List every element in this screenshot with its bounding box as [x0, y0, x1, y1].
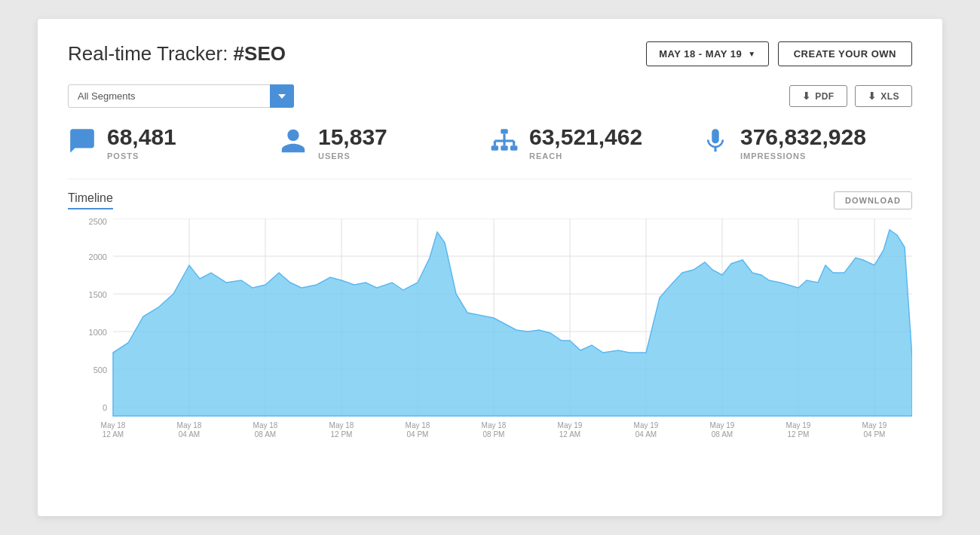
svg-text:08 AM: 08 AM [712, 430, 733, 439]
page-title: Real-time Tracker: #SEO [68, 42, 286, 66]
users-icon [279, 127, 308, 160]
svg-text:12 AM: 12 AM [103, 430, 124, 439]
chat-icon [68, 127, 96, 160]
chevron-down-icon: ▼ [748, 50, 755, 58]
stats-row: 68,481 POSTS 15,837 USERS [68, 120, 912, 160]
chart-area [113, 230, 912, 416]
xls-export-button[interactable]: ⬇ XLS [855, 85, 912, 107]
stat-users-info: 15,837 USERS [318, 126, 387, 160]
svg-text:1500: 1500 [89, 290, 107, 299]
segment-selector: All Segments [68, 84, 294, 108]
date-range-button[interactable]: MAY 18 - MAY 19 ▼ [646, 41, 769, 66]
stat-reach: 63,521,462 REACH [490, 126, 701, 160]
svg-text:May 19: May 19 [786, 421, 811, 430]
svg-rect-0 [501, 129, 508, 133]
stat-users-value: 15,837 [318, 126, 387, 148]
stat-posts-label: POSTS [107, 151, 176, 160]
create-own-button[interactable]: CREATE YOUR OWN [778, 41, 912, 66]
svg-rect-3 [501, 145, 508, 150]
stat-users-label: USERS [318, 151, 387, 160]
svg-text:04 AM: 04 AM [179, 430, 200, 439]
svg-text:May 18: May 18 [482, 421, 507, 430]
svg-text:May 18: May 18 [101, 421, 126, 430]
svg-rect-1 [492, 145, 499, 150]
svg-text:May 18: May 18 [177, 421, 202, 430]
svg-text:1000: 1000 [89, 328, 107, 337]
download-icon: ⬇ [802, 90, 811, 102]
svg-text:12 AM: 12 AM [559, 430, 580, 439]
svg-text:0: 0 [103, 403, 107, 412]
export-buttons: ⬇ PDF ⬇ XLS [789, 85, 912, 107]
svg-rect-2 [510, 145, 518, 150]
header-actions: MAY 18 - MAY 19 ▼ CREATE YOUR OWN [646, 41, 912, 66]
svg-text:May 19: May 19 [862, 421, 887, 430]
svg-text:04 PM: 04 PM [407, 430, 429, 439]
svg-text:04 AM: 04 AM [635, 430, 657, 439]
stat-impressions-label: IMPRESSIONS [740, 151, 866, 160]
chart-svg: 0 500 1000 1500 2000 2500 May 18 12 AM M… [68, 219, 912, 445]
stat-impressions-info: 376,832,928 IMPRESSIONS [740, 126, 866, 160]
timeline-title: Timeline [68, 191, 113, 209]
svg-text:May 18: May 18 [406, 421, 430, 430]
stat-reach-info: 63,521,462 REACH [529, 126, 642, 160]
stat-impressions: 376,832,928 IMPRESSIONS [701, 126, 912, 160]
pdf-export-button[interactable]: ⬇ PDF [789, 85, 847, 107]
svg-text:2500: 2500 [89, 219, 107, 226]
network-icon [490, 127, 519, 160]
stat-posts-info: 68,481 POSTS [107, 126, 176, 160]
timeline-chart: 0 500 1000 1500 2000 2500 May 18 12 AM M… [68, 219, 912, 445]
stat-posts: 68,481 POSTS [68, 126, 279, 160]
main-card: Real-time Tracker: #SEO MAY 18 - MAY 19 … [38, 19, 942, 516]
segment-select-input[interactable]: All Segments [68, 84, 294, 108]
svg-text:12 PM: 12 PM [331, 430, 353, 439]
svg-text:12 PM: 12 PM [788, 430, 810, 439]
page-header: Real-time Tracker: #SEO MAY 18 - MAY 19 … [68, 41, 912, 66]
svg-text:04 PM: 04 PM [864, 430, 886, 439]
svg-text:08 PM: 08 PM [483, 430, 505, 439]
toolbar: All Segments ⬇ PDF ⬇ XLS [68, 84, 912, 108]
svg-text:May 18: May 18 [329, 421, 354, 430]
download-icon: ⬇ [868, 90, 877, 102]
svg-text:500: 500 [93, 365, 107, 374]
stat-posts-value: 68,481 [107, 126, 176, 148]
timeline-header: Timeline DOWNLOAD [68, 191, 912, 209]
svg-text:May 19: May 19 [558, 421, 583, 430]
timeline-section: Timeline DOWNLOAD [68, 179, 912, 445]
svg-text:May 18: May 18 [253, 421, 278, 430]
timeline-download-button[interactable]: DOWNLOAD [834, 191, 912, 209]
stat-impressions-value: 376,832,928 [740, 126, 866, 148]
svg-text:2000: 2000 [89, 252, 107, 261]
stat-users: 15,837 USERS [279, 126, 490, 160]
stat-reach-value: 63,521,462 [529, 126, 642, 148]
svg-text:May 19: May 19 [634, 421, 659, 430]
svg-text:08 AM: 08 AM [255, 430, 276, 439]
stat-reach-label: REACH [529, 151, 642, 160]
svg-text:May 19: May 19 [710, 421, 735, 430]
mic-icon [701, 127, 730, 160]
